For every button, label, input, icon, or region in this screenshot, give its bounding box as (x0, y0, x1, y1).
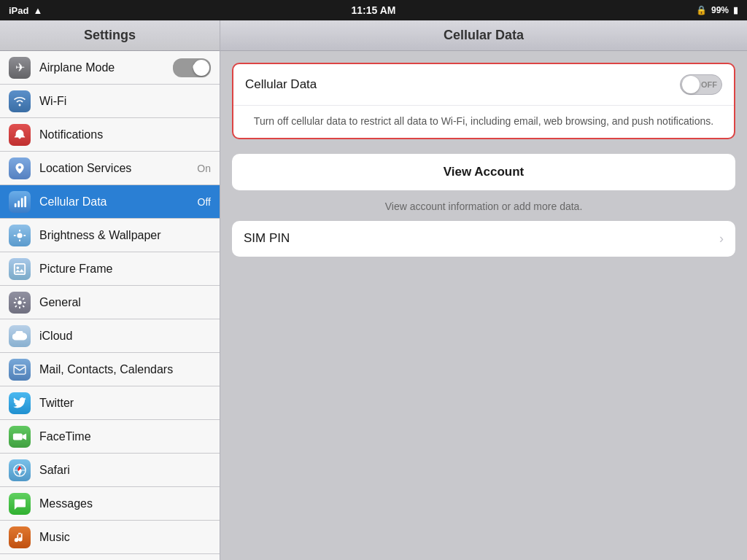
svg-rect-2 (21, 198, 23, 207)
sidebar: Settings ✈ Airplane Mode OFF Wi-Fi (0, 20, 220, 560)
music-label: Music (39, 531, 211, 544)
sim-pin-chevron: › (719, 231, 724, 246)
cellular-data-row: Cellular Data OFF (233, 64, 734, 106)
picture-frame-icon (9, 258, 31, 280)
svg-rect-3 (24, 195, 26, 206)
airplane-mode-toggle[interactable]: OFF (173, 58, 211, 77)
view-account-button[interactable]: View Account (232, 154, 735, 190)
right-panel: Cellular Data Cellular Data OFF Turn off… (220, 20, 747, 560)
location-icon (9, 158, 31, 179)
notifications-icon (9, 124, 31, 146)
safari-icon (9, 459, 31, 481)
cellular-label: Cellular Data (39, 195, 198, 209)
facetime-label: FaceTime (39, 430, 211, 443)
cellular-badge: Off (198, 196, 211, 208)
status-left: iPad ▲ (9, 5, 42, 16)
toggle-knob (682, 76, 700, 93)
sidebar-item-cellular-data[interactable]: Cellular Data Off (0, 185, 220, 219)
mail-icon (9, 359, 31, 381)
svg-rect-13 (13, 433, 23, 440)
status-time: 11:15 AM (352, 4, 396, 16)
sidebar-header: Settings (0, 20, 220, 51)
toggle-off-text: OFF (701, 80, 717, 89)
general-label: General (39, 296, 211, 309)
picture-frame-label: Picture Frame (39, 262, 211, 276)
messages-label: Messages (39, 497, 211, 510)
airplane-mode-label: Airplane Mode (39, 61, 173, 74)
lock-icon: 🔒 (696, 5, 707, 15)
device-label: iPad (9, 5, 28, 16)
sidebar-item-general[interactable]: General (0, 286, 220, 319)
battery-icon: ▮ (733, 5, 738, 15)
safari-label: Safari (39, 464, 211, 477)
status-right: 🔒 99% ▮ (696, 5, 738, 15)
sidebar-item-safari[interactable]: Safari (0, 454, 220, 487)
right-panel-header: Cellular Data (220, 20, 747, 51)
right-content: Cellular Data OFF Turn off cellular data… (220, 51, 747, 283)
sidebar-item-airplane-mode[interactable]: ✈ Airplane Mode OFF (0, 51, 220, 85)
facetime-icon (9, 426, 31, 448)
cellular-icon (9, 191, 31, 213)
wifi-label: Wi-Fi (39, 95, 211, 108)
cellular-data-card: Cellular Data OFF Turn off cellular data… (232, 63, 735, 139)
svg-point-11 (18, 300, 21, 304)
cellular-data-card-label: Cellular Data (245, 77, 680, 92)
sidebar-item-icloud[interactable]: iCloud (0, 319, 220, 353)
location-label: Location Services (39, 162, 197, 175)
brightness-icon (9, 225, 31, 246)
status-bar: iPad ▲ 11:15 AM 🔒 99% ▮ (0, 0, 747, 20)
battery-label: 99% (711, 5, 729, 15)
sim-pin-card: SIM PIN › (232, 221, 735, 257)
airplane-mode-icon: ✈ (9, 57, 31, 79)
svg-rect-9 (15, 263, 25, 273)
view-account-card: View Account (232, 154, 735, 190)
location-badge: On (197, 163, 211, 174)
sim-pin-label: SIM PIN (244, 231, 719, 246)
mail-label: Mail, Contacts, Calendars (39, 363, 211, 376)
cellular-data-toggle[interactable]: OFF (680, 74, 722, 95)
cellular-data-description: Turn off cellular data to restrict all d… (233, 106, 734, 138)
sidebar-item-location[interactable]: Location Services On (0, 152, 220, 185)
svg-rect-1 (18, 201, 20, 207)
sidebar-item-mail[interactable]: Mail, Contacts, Calendars (0, 353, 220, 386)
twitter-label: Twitter (39, 397, 211, 410)
sidebar-item-twitter[interactable]: Twitter (0, 386, 220, 420)
sidebar-item-brightness[interactable]: Brightness & Wallpaper (0, 219, 220, 252)
wifi-icon: ▲ (33, 5, 42, 16)
view-account-subtext: View account information or add more dat… (232, 196, 735, 221)
sidebar-item-notifications[interactable]: Notifications (0, 118, 220, 152)
sidebar-item-messages[interactable]: Messages (0, 487, 220, 521)
sidebar-item-picture-frame[interactable]: Picture Frame (0, 252, 220, 286)
wifi-icon (9, 90, 31, 112)
general-icon (9, 292, 31, 314)
sidebar-item-music[interactable]: Music (0, 521, 220, 554)
icloud-label: iCloud (39, 330, 211, 343)
notifications-label: Notifications (39, 128, 211, 141)
brightness-label: Brightness & Wallpaper (39, 229, 211, 242)
svg-point-10 (17, 266, 20, 269)
svg-rect-12 (14, 365, 26, 373)
twitter-icon (9, 392, 31, 414)
messages-icon (9, 493, 31, 515)
icloud-icon (9, 325, 31, 347)
sidebar-item-video[interactable]: Video (0, 554, 220, 560)
sim-pin-row[interactable]: SIM PIN › (232, 221, 735, 257)
sidebar-item-facetime[interactable]: FaceTime (0, 420, 220, 454)
sidebar-item-wifi[interactable]: Wi-Fi (0, 85, 220, 118)
svg-rect-0 (15, 203, 17, 206)
svg-point-4 (17, 233, 22, 238)
music-icon (9, 526, 31, 548)
